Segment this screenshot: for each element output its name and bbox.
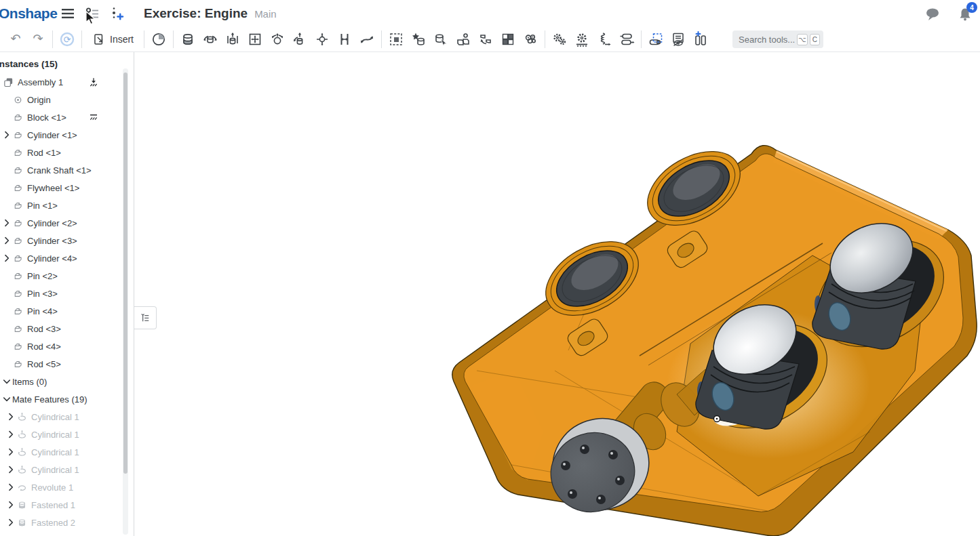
cylindrical-mate-icon[interactable] xyxy=(290,29,310,49)
fastened-mate-icon[interactable] xyxy=(178,29,198,49)
tree-chevron[interactable] xyxy=(1,253,12,264)
assembly-panel-toggle[interactable] xyxy=(134,306,157,329)
bom-table-icon[interactable] xyxy=(690,29,711,49)
panel-scrollbar-thumb[interactable] xyxy=(123,73,128,474)
tree-chevron[interactable] xyxy=(5,499,16,510)
tree-chevron[interactable] xyxy=(1,376,12,387)
planetary-relation-icon[interactable] xyxy=(572,29,592,49)
rack-pinion-relation-icon[interactable] xyxy=(594,29,614,49)
display-states-icon[interactable] xyxy=(668,29,688,49)
configurations-icon[interactable] xyxy=(498,29,518,49)
tree-row[interactable]: Fastened 2 xyxy=(0,514,134,531)
tree-row[interactable]: Rod <5> xyxy=(0,355,134,373)
mate-revolute-icon xyxy=(16,482,28,493)
tree-label: Mate Features (19) xyxy=(12,394,87,405)
tree-chevron[interactable] xyxy=(5,482,16,493)
belt-relation-icon[interactable] xyxy=(616,29,637,49)
tool-glyph xyxy=(224,31,241,47)
instances-header[interactable]: Instances (15) xyxy=(0,52,134,73)
tree-chevron[interactable] xyxy=(1,394,12,405)
mate-cylindrical-icon xyxy=(16,447,28,458)
tree-row[interactable]: Items (0) xyxy=(0,373,134,390)
replicate-icon[interactable] xyxy=(408,29,429,49)
tree-row[interactable]: Rod <3> xyxy=(0,320,134,337)
tree-label: Rod <3> xyxy=(27,324,61,334)
linear-pattern-icon[interactable] xyxy=(453,29,473,49)
tree-chevron[interactable] xyxy=(1,218,12,228)
replace-instance-icon[interactable] xyxy=(431,29,451,49)
tree-row[interactable]: Crank Shaft <1> xyxy=(0,161,134,179)
tree-row[interactable]: Origin xyxy=(0,91,134,108)
group-parts-icon[interactable] xyxy=(386,29,406,49)
tree-row[interactable]: Assembly 1 xyxy=(0,73,134,91)
tool-glyph xyxy=(7,31,24,47)
tree-chevron[interactable] xyxy=(5,517,16,528)
tree-chevron[interactable] xyxy=(5,447,16,457)
circular-pattern-icon[interactable] xyxy=(475,29,496,49)
hamburger-menu-icon[interactable] xyxy=(60,5,76,22)
slider-mate-icon[interactable] xyxy=(222,29,243,49)
tree-row[interactable]: Cylinder <3> xyxy=(0,232,134,249)
undo-icon[interactable] xyxy=(5,29,26,49)
tree-chevron[interactable] xyxy=(5,411,16,422)
tree-chevron[interactable] xyxy=(5,429,16,440)
tree-row[interactable]: Fastened 1 xyxy=(0,496,134,514)
tree-row[interactable]: Rod <4> xyxy=(0,337,134,355)
tree-row[interactable]: Cylinder <2> xyxy=(0,214,134,232)
versions-history-icon[interactable] xyxy=(84,5,100,22)
tree-row[interactable]: Mate Features (19) xyxy=(0,390,134,408)
tree-chevron[interactable] xyxy=(1,235,12,246)
tool-glyph xyxy=(551,31,568,47)
tree-row[interactable]: Cylindrical 1 xyxy=(0,408,134,426)
tree-row[interactable]: Rod <1> xyxy=(0,144,134,161)
tree-row[interactable]: Cylinder <1> xyxy=(0,126,134,144)
part-icon xyxy=(12,288,24,300)
workspace-name[interactable]: Main xyxy=(254,8,277,20)
tree-row[interactable]: Pin <3> xyxy=(0,285,134,302)
planar-mate-icon[interactable] xyxy=(245,29,265,49)
document-bar: Onshape Exercise: Engine Main 4 xyxy=(0,0,980,27)
tree-row[interactable]: Pin <1> xyxy=(0,197,134,214)
create-version-icon[interactable] xyxy=(109,5,125,22)
tree-row[interactable]: Pin <4> xyxy=(0,302,134,320)
insert-button[interactable]: Insert xyxy=(86,29,140,49)
tree-label: Revolute 1 xyxy=(31,482,73,493)
part-icon xyxy=(12,129,24,141)
revolute-mate-icon[interactable] xyxy=(200,29,220,49)
tool-glyph xyxy=(151,31,167,47)
pin-slot-mate-icon[interactable] xyxy=(312,29,332,49)
tangent-mate-icon[interactable] xyxy=(357,29,377,49)
notification-badge: 4 xyxy=(966,2,977,13)
part-icon xyxy=(12,112,24,123)
redo-icon[interactable] xyxy=(28,29,48,49)
tree-row[interactable]: Cylinder <4> xyxy=(0,249,134,267)
part-icon xyxy=(12,270,24,282)
notification-bell-icon[interactable]: 4 xyxy=(957,6,972,21)
sync-update-icon[interactable] xyxy=(57,29,77,49)
search-tools-input[interactable]: Search tools... ⌥ C xyxy=(732,30,823,48)
tool-glyph xyxy=(619,31,635,47)
tree-row[interactable]: Revolute 1 xyxy=(0,478,134,496)
document-title: Exercise: Engine xyxy=(144,6,248,21)
tree-label: Items (0) xyxy=(12,377,47,387)
tool-glyph xyxy=(433,31,449,47)
section-pie-icon[interactable] xyxy=(149,29,169,49)
gear-relation-icon[interactable] xyxy=(549,29,570,49)
tree-row[interactable]: Pin <2> xyxy=(0,267,134,285)
tree-row[interactable]: Cylindrical 1 xyxy=(0,461,134,478)
onshape-logo[interactable]: Onshape xyxy=(0,5,56,22)
tree-row[interactable]: Flywheel <1> xyxy=(0,179,134,197)
tree-chevron[interactable] xyxy=(1,129,12,140)
parallel-mate-icon[interactable] xyxy=(334,29,355,49)
tree-row[interactable] xyxy=(0,531,134,536)
tree-row[interactable]: Block <1> xyxy=(0,108,134,126)
part-icon xyxy=(12,358,24,370)
tree-row[interactable]: Cylindrical 1 xyxy=(0,443,134,461)
tree-row[interactable]: Cylindrical 1 xyxy=(0,426,134,443)
viewport-3d[interactable] xyxy=(134,52,980,536)
ball-mate-icon[interactable] xyxy=(267,29,288,49)
tree-chevron[interactable] xyxy=(5,464,16,475)
measure-bbox-icon[interactable] xyxy=(646,29,666,49)
interference-icon[interactable] xyxy=(520,29,541,49)
comment-bubble-icon[interactable] xyxy=(924,6,939,21)
